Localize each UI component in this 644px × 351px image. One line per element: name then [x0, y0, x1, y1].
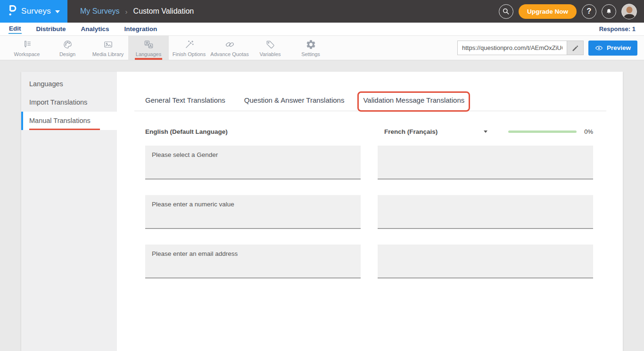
translation-row: Please select a Gender	[134, 146, 606, 180]
target-input-numeric[interactable]	[378, 195, 593, 229]
tab-validation-message-translations[interactable]: Validation Message Translations	[363, 96, 464, 112]
sidebar-item-languages[interactable]: Languages	[21, 75, 117, 93]
pencil-icon	[571, 44, 578, 51]
chevron-down-icon[interactable]	[484, 131, 487, 133]
target-language-select[interactable]: French (Français)	[378, 128, 484, 135]
gear-icon	[305, 39, 316, 50]
response-count[interactable]: Response: 1	[599, 25, 636, 33]
questionpro-logo-icon	[8, 4, 17, 18]
languages-sidebar: Languages Import Translations Manual Tra…	[21, 72, 117, 351]
notifications-button[interactable]	[602, 4, 616, 19]
annotation-red-underline-languages	[135, 58, 162, 60]
source-text-email: Please enter an email address	[145, 245, 361, 278]
source-language-label: English (Default Language)	[145, 128, 361, 135]
toolbar-finish-options[interactable]: Finish Options	[169, 36, 209, 60]
sidebar-item-import-translations[interactable]: Import Translations	[21, 93, 117, 112]
target-input-gender[interactable]	[378, 146, 593, 180]
toolbar-settings[interactable]: Settings	[290, 36, 331, 60]
nav-tab-integration[interactable]: Integration	[124, 24, 158, 33]
languages-panel: Languages Import Translations Manual Tra…	[21, 72, 623, 351]
breadcrumb-my-surveys[interactable]: My Surveys	[80, 7, 120, 16]
breadcrumb-current-survey: Custom Validation	[133, 7, 194, 16]
workspace-icon	[22, 39, 33, 50]
chevron-down-icon	[55, 10, 60, 13]
survey-url-group	[457, 41, 584, 55]
top-header: Surveys My Surveys › Custom Validation U…	[0, 0, 644, 23]
tab-question-answer-translations[interactable]: Question & Answer Translations	[244, 96, 345, 111]
breadcrumb-separator: ›	[125, 8, 128, 16]
source-text-gender: Please select a Gender	[145, 146, 361, 180]
breadcrumb: My Surveys › Custom Validation	[80, 7, 194, 16]
avatar-body	[623, 14, 635, 19]
toolbar-design[interactable]: Design	[47, 36, 88, 60]
toolbar-right-group: Preview	[457, 36, 637, 60]
translation-progress-bar	[508, 131, 577, 133]
toolbar-workspace[interactable]: Workspace	[7, 36, 47, 60]
toolbar-languages[interactable]: Languages	[128, 36, 169, 60]
annotation-red-underline-manual-translations	[29, 129, 100, 130]
media-image-icon	[103, 39, 114, 50]
toolbar-variables[interactable]: Variables	[250, 36, 290, 60]
manual-translations-content: General Text Translations Question & Ans…	[117, 72, 623, 351]
edit-toolbar: Workspace Design Media Library Languages…	[0, 36, 644, 60]
source-text-numeric: Please enter a numeric value	[145, 195, 361, 229]
question-mark-icon: ?	[587, 7, 592, 16]
product-name: Surveys	[21, 7, 51, 16]
bell-icon	[605, 8, 613, 16]
target-input-email[interactable]	[378, 245, 593, 278]
search-icon	[502, 7, 510, 16]
sidebar-item-manual-translations[interactable]: Manual Translations	[21, 112, 117, 130]
translation-progress-percent: 0%	[584, 128, 593, 135]
chain-links-icon	[224, 39, 235, 50]
translation-row: Please enter an email address	[134, 245, 606, 278]
nav-tab-edit[interactable]: Edit	[8, 24, 22, 34]
search-button[interactable]	[499, 4, 513, 19]
magic-wand-icon	[184, 39, 195, 50]
tag-icon	[265, 39, 276, 50]
survey-url-input[interactable]	[457, 41, 567, 55]
translate-icon	[143, 39, 154, 50]
preview-button[interactable]: Preview	[588, 41, 637, 56]
target-language-controls: French (Français) 0%	[378, 128, 593, 135]
product-switcher[interactable]: Surveys	[0, 0, 67, 23]
header-actions: Upgrade Now ?	[499, 4, 637, 19]
toolbar-advance-quotas[interactable]: Advance Quotas	[209, 36, 250, 60]
eye-icon	[595, 45, 603, 51]
user-avatar[interactable]	[621, 4, 637, 19]
survey-section-nav: Edit Distribute Analytics Integration Re…	[0, 23, 644, 36]
upgrade-now-button[interactable]: Upgrade Now	[519, 4, 577, 19]
toolbar-media-library[interactable]: Media Library	[88, 36, 128, 60]
translation-tabs: General Text Translations Question & Ans…	[134, 96, 606, 111]
tab-general-text-translations[interactable]: General Text Translations	[145, 96, 225, 111]
help-button[interactable]: ?	[582, 4, 596, 19]
language-header-row: English (Default Language) French (Franç…	[134, 127, 606, 136]
avatar-face	[626, 7, 632, 13]
translation-row: Please enter a numeric value	[134, 195, 606, 229]
edit-url-button[interactable]	[567, 41, 584, 55]
nav-tab-distribute[interactable]: Distribute	[36, 24, 66, 33]
design-palette-icon	[62, 39, 73, 50]
nav-tab-analytics[interactable]: Analytics	[81, 24, 110, 33]
